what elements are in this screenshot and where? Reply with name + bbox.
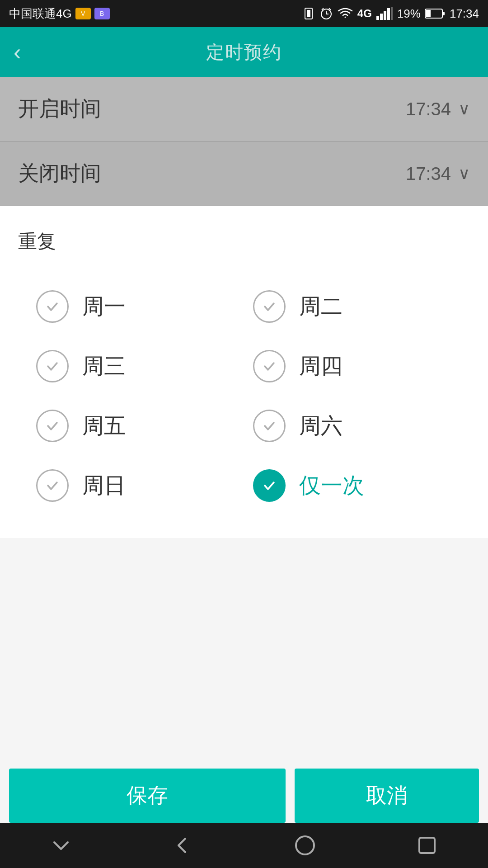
days-grid: 周一 周二 周三 周四 周五 周六 周日 仅一次 — [18, 277, 470, 515]
svg-rect-13 — [426, 10, 431, 17]
carrier-icon1: V — [75, 8, 91, 19]
day-item-monday[interactable]: 周一 — [27, 277, 244, 336]
svg-rect-16 — [419, 838, 435, 853]
svg-rect-7 — [376, 16, 379, 20]
day-item-friday[interactable]: 周五 — [27, 396, 244, 456]
day-label-tuesday: 周二 — [299, 292, 343, 321]
content-area: 重复 周一 周二 周三 周四 周五 周六 周日 仅一次 — [0, 206, 488, 538]
checkbox-saturday — [253, 410, 286, 442]
checkbox-friday — [36, 410, 69, 442]
svg-rect-1 — [307, 10, 310, 17]
close-time-row[interactable]: 关闭时间 17:34 ∨ — [0, 142, 488, 206]
day-label-thursday: 周四 — [299, 352, 343, 381]
day-item-sunday[interactable]: 周日 — [27, 456, 244, 515]
svg-rect-11 — [391, 7, 393, 20]
checkbox-wednesday — [36, 350, 69, 382]
close-time-value-row: 17:34 ∨ — [406, 164, 470, 184]
status-bar: 中国联通4G V B 4G — [0, 0, 488, 27]
bottom-buttons: 保存 取消 — [0, 769, 488, 823]
carrier-text: 中国联通4G — [9, 6, 72, 22]
back-button[interactable]: ‹ — [14, 39, 21, 65]
down-icon — [50, 834, 72, 857]
repeat-label: 重复 — [18, 229, 470, 254]
svg-point-15 — [296, 836, 314, 854]
nav-back-button[interactable] — [165, 827, 201, 863]
day-label-monday: 周一 — [82, 292, 126, 321]
day-item-wednesday[interactable]: 周三 — [27, 336, 244, 396]
open-time-chevron-icon: ∨ — [458, 99, 470, 118]
nav-recents-button[interactable] — [409, 827, 445, 863]
close-time-label: 关闭时间 — [18, 160, 101, 188]
alarm-icon — [319, 7, 333, 20]
nav-down-button[interactable] — [43, 827, 79, 863]
cancel-button[interactable]: 取消 — [295, 769, 479, 823]
nav-home-button[interactable] — [287, 827, 323, 863]
close-time-value: 17:34 — [406, 164, 451, 184]
day-label-saturday: 周六 — [299, 411, 343, 440]
svg-rect-14 — [443, 12, 445, 15]
home-circle-icon — [294, 834, 316, 857]
day-item-thursday[interactable]: 周四 — [244, 336, 461, 396]
settings-section: 开启时间 17:34 ∨ 关闭时间 17:34 ∨ — [0, 77, 488, 206]
signal-icon — [376, 7, 393, 20]
bottom-nav — [0, 823, 488, 868]
day-label-sunday: 周日 — [82, 471, 126, 500]
vibrate-icon — [302, 6, 315, 21]
day-label-wednesday: 周三 — [82, 352, 126, 381]
battery-icon — [425, 8, 445, 19]
checkbox-monday — [36, 290, 69, 323]
close-time-chevron-icon: ∨ — [458, 164, 470, 183]
open-time-value: 17:34 — [406, 99, 451, 119]
svg-rect-9 — [384, 11, 386, 20]
open-time-row[interactable]: 开启时间 17:34 ∨ — [0, 77, 488, 142]
time-display: 17:34 — [450, 7, 479, 21]
checkbox-tuesday — [253, 290, 286, 323]
nav-bar: ‹ 定时预约 — [0, 27, 488, 77]
recents-square-icon — [416, 834, 438, 857]
day-label-friday: 周五 — [82, 411, 126, 440]
page-title: 定时预约 — [206, 40, 282, 65]
svg-rect-10 — [387, 8, 390, 20]
day-item-saturday[interactable]: 周六 — [244, 396, 461, 456]
open-time-value-row: 17:34 ∨ — [406, 99, 470, 119]
checkbox-thursday — [253, 350, 286, 382]
save-button[interactable]: 保存 — [9, 769, 286, 823]
status-left: 中国联通4G V B — [9, 6, 110, 22]
checkbox-once — [253, 469, 286, 502]
carrier-icon2: B — [94, 8, 110, 19]
battery-percent: 19% — [397, 7, 421, 21]
checkbox-sunday — [36, 469, 69, 502]
open-time-label: 开启时间 — [18, 95, 101, 123]
svg-rect-8 — [380, 14, 383, 20]
wifi-icon — [338, 7, 353, 20]
day-item-tuesday[interactable]: 周二 — [244, 277, 461, 336]
status-right: 4G 19% 17:34 — [302, 6, 479, 21]
day-item-once[interactable]: 仅一次 — [244, 456, 461, 515]
back-arrow-icon — [172, 834, 194, 857]
network-type: 4G — [357, 7, 372, 20]
day-label-once: 仅一次 — [299, 471, 364, 500]
